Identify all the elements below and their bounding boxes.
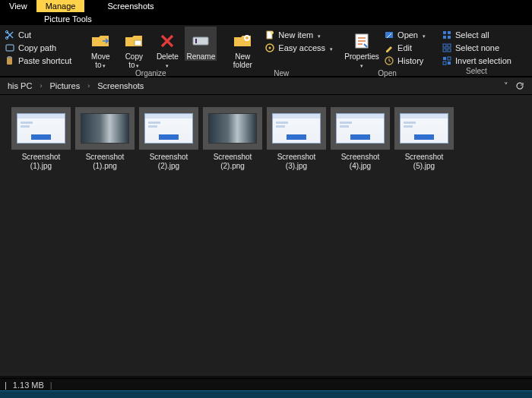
svg-rect-17 (443, 31, 446, 34)
move-to-button[interactable]: Move to ▾ (84, 27, 116, 69)
chevron-down-icon (316, 30, 321, 39)
tab-manage[interactable]: Manage (36, 0, 85, 12)
file-item[interactable]: Screenshot (1).jpg (9, 104, 73, 175)
new-folder-button[interactable]: New folder (226, 27, 258, 69)
file-item[interactable]: Screenshot (2).jpg (137, 104, 201, 175)
svg-rect-5 (135, 40, 141, 46)
rename-button[interactable]: Rename (185, 27, 217, 61)
file-item[interactable]: Screenshot (3).jpg (264, 104, 328, 175)
invert-selection-button[interactable]: Invert selection (439, 55, 515, 67)
select-group-label: Select (439, 67, 515, 77)
properties-label: Properties ▾ (344, 52, 379, 69)
svg-rect-22 (448, 44, 451, 47)
tab-view[interactable]: View (0, 0, 36, 12)
clipboard-group-label (2, 67, 74, 76)
chevron-down-icon (421, 30, 426, 39)
select-all-icon (442, 30, 452, 40)
easy-access-label: Easy access (278, 43, 325, 52)
new-item-button[interactable]: New item (261, 29, 336, 41)
tab-picture-tools[interactable]: Picture Tools (36, 14, 100, 24)
open-button[interactable]: Open (381, 29, 429, 41)
svg-rect-25 (443, 57, 446, 60)
svg-rect-23 (443, 49, 446, 52)
edit-icon (384, 43, 394, 53)
properties-button[interactable]: Properties ▾ (346, 27, 378, 69)
paste-shortcut-icon (5, 55, 15, 66)
file-label: Screenshot (4).jpg (331, 153, 390, 171)
history-button[interactable]: History (381, 55, 429, 67)
thumbnail-frame (139, 107, 198, 150)
thumbnail (272, 113, 321, 144)
new-item-label: New item (278, 30, 313, 39)
move-to-label: Move to ▾ (87, 52, 113, 69)
crumb-screenshots[interactable]: Screenshots (94, 81, 147, 90)
window-title: Screenshots (98, 0, 163, 12)
properties-icon (352, 31, 372, 51)
file-item[interactable]: Screenshot (5).jpg (392, 104, 456, 175)
svg-rect-20 (448, 36, 451, 39)
refresh-icon[interactable] (515, 81, 527, 90)
svg-rect-2 (6, 45, 14, 51)
status-size: 1.13 MB (13, 381, 44, 390)
history-icon (384, 55, 394, 66)
svg-rect-26 (448, 57, 451, 60)
copy-path-button[interactable]: Copy path (2, 42, 74, 54)
easy-access-icon (264, 43, 275, 53)
status-separator: | (50, 381, 52, 390)
move-to-icon (90, 31, 110, 51)
rename-icon (191, 31, 211, 51)
cut-label: Cut (18, 30, 31, 39)
address-bar[interactable]: his PC › Pictures › Screenshots ˅ (0, 77, 532, 95)
thumbnail (81, 113, 129, 144)
tabstrip: View Manage Screenshots (0, 0, 532, 12)
new-folder-icon (233, 31, 252, 51)
ribbon: Cut Copy path Paste shortcut (0, 25, 532, 77)
delete-button[interactable]: Delete ▾ (151, 27, 183, 69)
open-icon (384, 30, 394, 40)
path-icon (5, 43, 15, 53)
invert-selection-label: Invert selection (455, 56, 511, 65)
status-selection-marker: | (5, 381, 7, 390)
paste-shortcut-label: Paste shortcut (18, 56, 71, 65)
copy-to-label: Copy to ▾ (121, 52, 147, 69)
chevron-right-icon: › (38, 82, 43, 90)
easy-access-button[interactable]: Easy access (261, 42, 336, 54)
svg-rect-19 (443, 36, 446, 39)
svg-rect-4 (8, 56, 11, 58)
thumbnail (400, 113, 448, 144)
thumbnail (17, 113, 65, 144)
thumbnail (144, 113, 193, 144)
copy-to-button[interactable]: Copy to ▾ (118, 27, 150, 69)
file-grid[interactable]: Screenshot (1).jpgScreenshot (1).pngScre… (0, 95, 532, 376)
select-all-button[interactable]: Select all (439, 29, 515, 41)
svg-rect-7 (195, 39, 197, 43)
file-item[interactable]: Screenshot (4).jpg (328, 104, 392, 175)
recent-dropdown-icon[interactable]: ˅ (500, 81, 512, 91)
open-group-label: Open (346, 69, 429, 79)
file-label: Screenshot (2).png (203, 153, 262, 171)
organize-group-label: Organize (84, 69, 217, 79)
copy-path-label: Copy path (18, 43, 56, 52)
file-label: Screenshot (3).jpg (267, 153, 326, 171)
edit-button[interactable]: Edit (381, 42, 429, 54)
crumb-this-pc[interactable]: his PC (5, 81, 35, 90)
thumbnail (208, 113, 257, 144)
svg-rect-15 (385, 32, 393, 38)
cut-button[interactable]: Cut (2, 29, 74, 41)
crumb-pictures[interactable]: Pictures (46, 81, 83, 90)
thumbnail-frame (394, 107, 454, 150)
thumbnail-frame (75, 107, 135, 150)
paste-shortcut-button[interactable]: Paste shortcut (2, 55, 74, 67)
svg-rect-21 (443, 44, 446, 47)
new-group-label: New (226, 69, 336, 79)
taskbar (0, 390, 532, 398)
thumbnail-frame (11, 107, 71, 150)
thumbnail (336, 113, 385, 144)
thumbnail-frame (203, 107, 262, 150)
file-item[interactable]: Screenshot (1).png (73, 104, 137, 175)
chevron-down-icon (328, 43, 333, 52)
select-none-icon (442, 43, 452, 53)
file-item[interactable]: Screenshot (2).png (201, 104, 264, 175)
history-label: History (397, 56, 423, 65)
select-none-button[interactable]: Select none (439, 42, 515, 54)
